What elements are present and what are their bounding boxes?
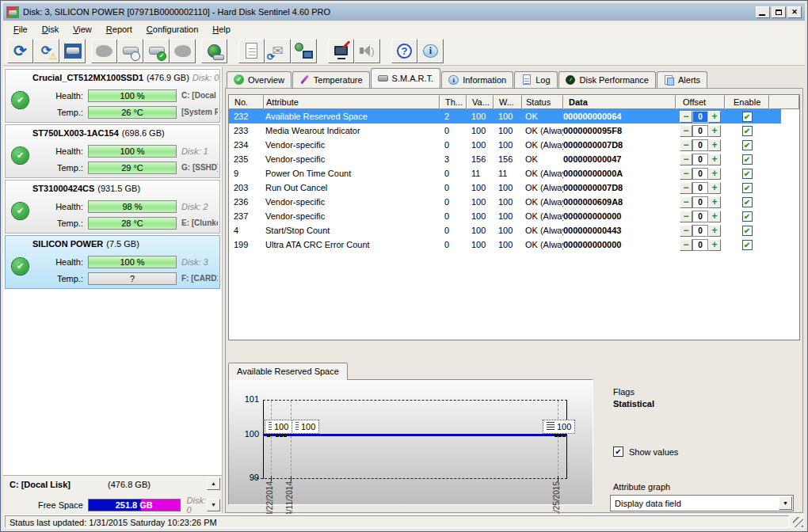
disk-card-crucial[interactable]: Crucial_CT512MX100SSD1(476.9 GB)Disk: 0 …: [5, 69, 220, 123]
enable-checkbox[interactable]: ✔: [742, 126, 753, 136]
offset-minus-button[interactable]: −: [680, 239, 692, 251]
offset-plus-button[interactable]: +: [708, 125, 721, 137]
tab-temperature[interactable]: Temperature: [292, 71, 370, 88]
scroll-down-button[interactable]: ▼: [207, 499, 220, 511]
table-row[interactable]: 9 Power On Time Count 0 11 11 OK (Always…: [229, 166, 781, 180]
offset-minus-button[interactable]: −: [680, 225, 692, 237]
offset-minus-button[interactable]: −: [680, 168, 692, 180]
report-button[interactable]: [238, 39, 265, 63]
offset-minus-button[interactable]: −: [680, 182, 692, 194]
tab-information[interactable]: iInformation: [441, 71, 513, 88]
offset-minus-button[interactable]: −: [680, 111, 692, 123]
disk-accept-button[interactable]: ✔: [143, 39, 170, 63]
about-info-button[interactable]: i: [417, 39, 444, 63]
table-row[interactable]: 4 Start/Stop Count 0 100 100 OK (Always.…: [229, 223, 781, 238]
offset-minus-button[interactable]: −: [680, 211, 692, 222]
offset-plus-button[interactable]: +: [708, 225, 721, 237]
help-button[interactable]: ?: [391, 39, 417, 63]
col-attribute[interactable]: Attribute: [264, 95, 440, 109]
maximize-button[interactable]: [772, 6, 786, 18]
disk-schedule-button[interactable]: [117, 39, 143, 63]
table-row[interactable]: 233 Media Wearout Indicator 0 100 100 OK…: [229, 124, 781, 138]
title-bar[interactable]: Disk: 3, SILICON POWER [07971B0000002110…: [3, 3, 805, 21]
chevron-down-icon[interactable]: ▼: [779, 496, 792, 510]
col-no[interactable]: No.: [229, 95, 264, 109]
disk-eject-button[interactable]: [170, 39, 196, 63]
offset-minus-button[interactable]: −: [680, 125, 692, 137]
disk-card-title: Crucial_CT512MX100SSD1(476.9 GB)Disk: 0: [6, 70, 219, 82]
col-enable[interactable]: Enable: [725, 95, 769, 109]
health-bar: 100 %: [88, 256, 177, 268]
close-button[interactable]: ✕: [787, 6, 802, 18]
enable-checkbox[interactable]: ✔: [742, 154, 753, 165]
menu-report[interactable]: Report: [99, 23, 139, 36]
network-remote-button[interactable]: [291, 39, 317, 63]
col-worst[interactable]: W...: [494, 95, 522, 109]
world-disk-button[interactable]: [201, 39, 227, 63]
refresh-warning-button[interactable]: ⟳⚠: [33, 39, 59, 63]
offset-plus-button[interactable]: +: [708, 139, 721, 151]
refresh-button[interactable]: ⟳: [7, 39, 33, 63]
enable-checkbox[interactable]: ✔: [742, 112, 753, 122]
table-header: No. Attribute Th... Va... W... Status Da…: [229, 95, 799, 109]
monitor-config-button[interactable]: [328, 39, 354, 63]
enable-checkbox[interactable]: ✔: [742, 169, 753, 179]
disk-view-button[interactable]: [59, 39, 86, 63]
scroll-up-button[interactable]: ▲: [207, 477, 220, 490]
col-threshold[interactable]: Th...: [440, 95, 467, 109]
offset-plus-button[interactable]: +: [708, 182, 721, 194]
sound-button[interactable]: ): [354, 39, 380, 63]
table-row[interactable]: 234 Vendor-specific 0 100 100 OK (Always…: [229, 138, 781, 152]
col-offset[interactable]: Offset: [676, 95, 725, 109]
table-row[interactable]: 237 Vendor-specific 0 100 100 OK (Always…: [229, 209, 781, 223]
menu-help[interactable]: Help: [205, 23, 238, 36]
show-values-checkbox[interactable]: ✔: [613, 446, 623, 457]
offset-plus-button[interactable]: +: [708, 211, 721, 222]
disk-card-st31000[interactable]: ST31000424CS(931.5 GB) ✔ Health: 98 % Di…: [5, 180, 220, 234]
offset-plus-button[interactable]: +: [708, 196, 721, 208]
menu-view[interactable]: View: [66, 23, 99, 36]
table-row[interactable]: 236 Vendor-specific 0 100 100 OK (Always…: [229, 195, 781, 209]
tab-overview[interactable]: ✔Overview: [227, 71, 292, 88]
tab-disk-performance[interactable]: Disk Performance: [558, 71, 656, 88]
offset-plus-button[interactable]: +: [708, 154, 721, 165]
disk-remove-button[interactable]: [91, 39, 117, 63]
offset-plus-button[interactable]: +: [708, 111, 721, 123]
volume-panel[interactable]: C: [Docal Lisk] (476.8 GB) Free Space 25…: [3, 475, 222, 513]
value-label-handle[interactable]: 100: [543, 420, 575, 434]
mail-send-button[interactable]: ✉⟳: [265, 39, 291, 63]
volume-scrollbar[interactable]: ▲ ▼: [207, 477, 220, 511]
tab-log[interactable]: Log: [514, 71, 557, 88]
offset-plus-button[interactable]: +: [708, 239, 721, 251]
enable-checkbox[interactable]: ✔: [742, 140, 753, 150]
minimize-button[interactable]: [756, 6, 770, 18]
offset-minus-button[interactable]: −: [680, 196, 692, 208]
table-row[interactable]: 199 Ultra ATA CRC Error Count 0 100 100 …: [229, 238, 781, 252]
enable-checkbox[interactable]: ✔: [742, 211, 753, 222]
menu-file[interactable]: File: [6, 23, 35, 36]
enable-checkbox[interactable]: ✔: [742, 183, 753, 193]
menu-configuration[interactable]: Configuration: [139, 23, 205, 36]
offset-minus-button[interactable]: −: [680, 139, 692, 151]
offset-spinner: −0+: [680, 125, 721, 137]
offset-plus-button[interactable]: +: [708, 168, 721, 180]
col-status[interactable]: Status: [522, 95, 563, 109]
col-data[interactable]: Data: [563, 95, 676, 109]
drag-handle-icon: [547, 422, 555, 431]
disk-card-st750[interactable]: ST750LX003-1AC154(698.6 GB) ✔ Health: 10…: [5, 124, 220, 178]
subtab-available-reserved-space[interactable]: Available Reserved Space: [228, 363, 348, 380]
table-row[interactable]: 232 Available Reserved Space 2 100 100 O…: [229, 109, 781, 124]
col-value[interactable]: Va...: [467, 95, 494, 109]
graph-mode-combobox[interactable]: Display data field ▼: [610, 495, 794, 511]
table-row[interactable]: 235 Vendor-specific 3 156 156 OK 0000000…: [229, 152, 781, 166]
offset-minus-button[interactable]: −: [680, 154, 692, 165]
enable-checkbox[interactable]: ✔: [742, 197, 753, 207]
tab-alerts[interactable]: Alerts: [657, 71, 707, 88]
tab-smart-active[interactable]: S.M.A.R.T.: [371, 68, 441, 88]
enable-checkbox[interactable]: ✔: [742, 226, 753, 236]
table-row[interactable]: 203 Run Out Cancel 0 100 100 OK (Always.…: [229, 180, 781, 195]
disk-card-silicon-power-selected[interactable]: SILICON POWER(7.5 GB) ✔ Health: 100 % Di…: [5, 235, 220, 289]
menu-disk[interactable]: Disk: [35, 23, 66, 36]
enable-checkbox[interactable]: ✔: [742, 240, 753, 250]
resize-grip[interactable]: [793, 517, 803, 527]
